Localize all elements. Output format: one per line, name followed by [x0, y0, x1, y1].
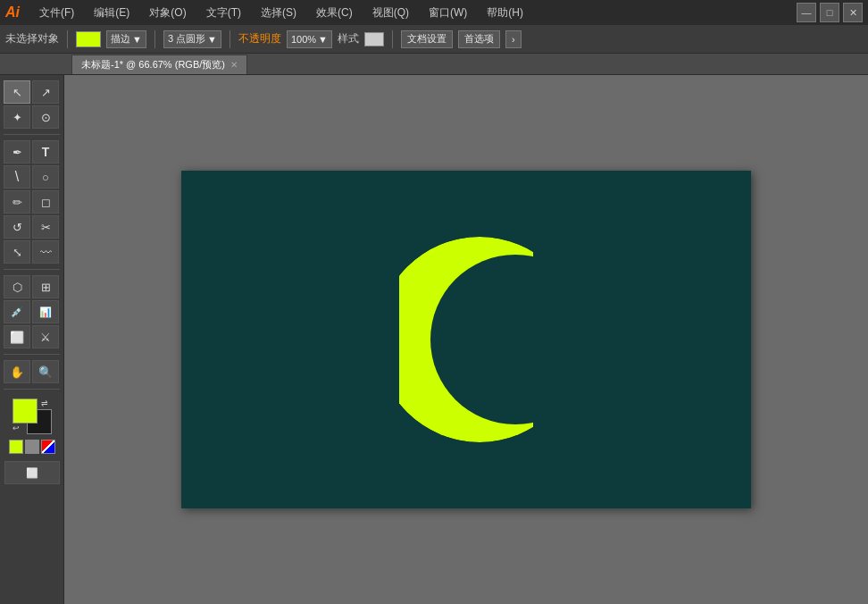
menu-edit[interactable]: 编辑(E) [88, 4, 135, 22]
small-swatch-1[interactable] [9, 440, 23, 454]
toolbar-extra-button[interactable]: › [505, 30, 522, 48]
tool-row-4: \ ○ [4, 165, 60, 189]
small-swatches-row [9, 440, 55, 454]
toolbar-separator-2 [154, 30, 155, 48]
no-selection-label: 未选择对象 [5, 31, 59, 46]
canvas-area [64, 75, 868, 604]
doc-settings-button[interactable]: 文档设置 [401, 30, 453, 48]
tool-separator-1 [4, 134, 60, 135]
rotate-tool[interactable]: ↺ [4, 215, 30, 239]
svg-point-2 [399, 237, 533, 442]
fill-swatch[interactable] [76, 31, 101, 47]
lasso-tool[interactable]: ⊙ [32, 105, 59, 129]
tool-row-5: ✏ ◻ [4, 190, 60, 214]
tool-row-10: ⬜ ⚔ [4, 325, 60, 348]
pencil-tool[interactable]: ✏ [4, 190, 30, 214]
bottom-tool-row: ⬜ [4, 461, 60, 484]
magic-wand-tool[interactable]: ✦ [4, 105, 30, 129]
menu-effect[interactable]: 效果(C) [311, 4, 358, 22]
document-tab[interactable]: 未标题-1* @ 66.67% (RGB/预览) ✕ [71, 55, 247, 74]
menu-window[interactable]: 窗口(W) [423, 4, 472, 22]
menu-select[interactable]: 选择(S) [255, 4, 302, 22]
app-logo: Ai [5, 4, 20, 21]
direct-selection-tool[interactable]: ↗ [32, 80, 59, 104]
toolbar-separator-1 [67, 30, 68, 48]
point-shape-dropdown[interactable]: 3 点圆形 ▼ [163, 30, 221, 48]
menu-help[interactable]: 帮助(H) [481, 4, 529, 22]
tool-row-3: ✒ T [4, 140, 60, 164]
scale-tool[interactable]: ⤡ [4, 240, 30, 264]
menu-file[interactable]: 文件(F) [34, 4, 79, 22]
properties-toolbar: 未选择对象 描边 ▼ 3 点圆形 ▼ 不透明度 100% ▼ 样式 文档设置 首… [0, 25, 868, 54]
line-tool[interactable]: \ [4, 165, 30, 189]
tab-close-button[interactable]: ✕ [230, 60, 238, 70]
swap-colors-button[interactable]: ⇌ [41, 398, 52, 409]
tool-row-7: ⤡ 〰 [4, 240, 60, 264]
stroke-dropdown[interactable]: 描边 ▼ [106, 30, 146, 48]
window-minimize-button[interactable]: — [797, 3, 816, 22]
crescent-svg [399, 210, 533, 469]
tab-bar: 未标题-1* @ 66.67% (RGB/预览) ✕ [0, 54, 868, 75]
color-swatches: ↩ ⇌ [13, 398, 52, 434]
tool-row-9: 💉 📊 [4, 300, 60, 323]
prefs-button[interactable]: 首选项 [458, 30, 500, 48]
toolbar-separator-4 [392, 30, 393, 48]
ellipse-tool[interactable]: ○ [32, 165, 59, 189]
slice-tool[interactable]: ⚔ [32, 325, 59, 348]
title-bar: Ai 文件(F) 编辑(E) 对象(O) 文字(T) 选择(S) 效果(C) 视… [0, 0, 868, 25]
crescent-shape[interactable] [399, 210, 533, 469]
chart-tool[interactable]: 📊 [32, 300, 59, 323]
toolbar-separator-3 [230, 30, 230, 48]
zoom-tool[interactable]: 🔍 [32, 360, 59, 383]
scissors-tool[interactable]: ✂ [32, 215, 59, 239]
tool-separator-4 [4, 389, 60, 390]
small-swatch-3[interactable] [41, 440, 55, 454]
tool-separator-3 [4, 354, 60, 355]
style-swatch[interactable] [364, 32, 384, 46]
main-area: ↖ ↗ ✦ ⊙ ✒ T \ ○ ✏ ◻ ↺ ✂ ⤡ 〰 ⬡ [0, 75, 868, 604]
window-controls: — □ ✕ [797, 3, 863, 22]
free-transform-tool[interactable]: ⬡ [4, 275, 30, 298]
menu-object[interactable]: 对象(O) [144, 4, 191, 22]
foreground-color-swatch[interactable] [13, 398, 38, 424]
artboard [181, 171, 751, 508]
tool-row-2: ✦ ⊙ [4, 105, 60, 129]
menu-view[interactable]: 视图(Q) [367, 4, 414, 22]
small-swatch-2[interactable] [25, 440, 39, 454]
reset-colors-button[interactable]: ↩ [13, 424, 23, 434]
shape-builder-tool[interactable]: ⊞ [32, 275, 59, 298]
tab-title: 未标题-1* @ 66.67% (RGB/预览) [81, 58, 225, 71]
artboard-tool[interactable]: ⬜ [4, 325, 30, 348]
warp-tool[interactable]: 〰 [32, 240, 59, 264]
selection-tool[interactable]: ↖ [4, 80, 30, 104]
window-close-button[interactable]: ✕ [843, 3, 863, 22]
opacity-dropdown[interactable]: 100% ▼ [287, 30, 332, 48]
color-area: ↩ ⇌ ⬜ [4, 398, 60, 484]
menu-type[interactable]: 文字(T) [201, 4, 246, 22]
tool-row-1: ↖ ↗ [4, 80, 60, 104]
artboard-bottom-tool[interactable]: ⬜ [4, 461, 60, 484]
tool-row-6: ↺ ✂ [4, 215, 60, 239]
type-tool[interactable]: T [32, 140, 59, 164]
style-label: 样式 [338, 31, 359, 46]
window-maximize-button[interactable]: □ [820, 3, 839, 22]
tool-row-11: ✋ 🔍 [4, 360, 60, 383]
hand-tool[interactable]: ✋ [4, 360, 30, 383]
tool-row-8: ⬡ ⊞ [4, 275, 60, 298]
toolbox: ↖ ↗ ✦ ⊙ ✒ T \ ○ ✏ ◻ ↺ ✂ ⤡ 〰 ⬡ [0, 75, 64, 604]
eyedropper-tool[interactable]: 💉 [4, 300, 30, 323]
tool-separator-2 [4, 269, 60, 270]
opacity-label: 不透明度 [238, 31, 281, 46]
eraser-tool[interactable]: ◻ [32, 190, 59, 214]
pen-tool[interactable]: ✒ [4, 140, 30, 164]
